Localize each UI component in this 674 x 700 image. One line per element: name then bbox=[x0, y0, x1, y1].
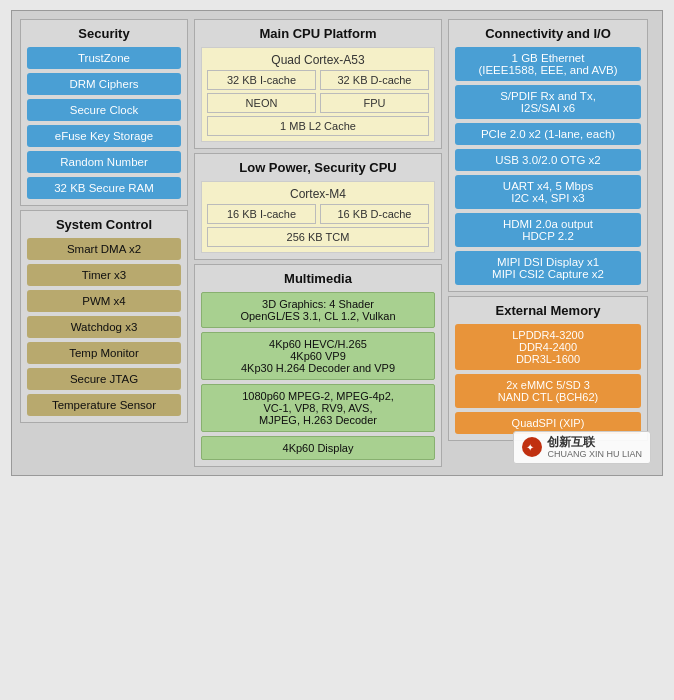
external-memory-title: External Memory bbox=[455, 303, 641, 318]
low-power-cpu-title: Low Power, Security CPU bbox=[201, 160, 435, 175]
usb-button[interactable]: USB 3.0/2.0 OTG x2 bbox=[455, 149, 641, 171]
main-cpu-dcache: 32 KB D-cache bbox=[320, 70, 429, 90]
multimedia-item-1: 4Kp60 HEVC/H.265 4Kp60 VP9 4Kp30 H.264 D… bbox=[201, 332, 435, 380]
watchdog-button[interactable]: Watchdog x3 bbox=[27, 316, 181, 338]
main-cpu-cache-row: 32 KB I-cache 32 KB D-cache bbox=[207, 70, 429, 90]
main-diagram: Security TrustZone DRM Ciphers Secure Cl… bbox=[11, 10, 663, 476]
left-column: Security TrustZone DRM Ciphers Secure Cl… bbox=[20, 19, 188, 467]
multimedia-item-3: 4Kp60 Display bbox=[201, 436, 435, 460]
hdmi-button[interactable]: HDMI 2.0a output HDCP 2.2 bbox=[455, 213, 641, 247]
watermark-icon: ✦ bbox=[522, 437, 542, 457]
security-section: Security TrustZone DRM Ciphers Secure Cl… bbox=[20, 19, 188, 206]
temp-monitor-button[interactable]: Temp Monitor bbox=[27, 342, 181, 364]
main-cpu-l2cache: 1 MB L2 Cache bbox=[207, 116, 429, 136]
trustzone-button[interactable]: TrustZone bbox=[27, 47, 181, 69]
random-number-button[interactable]: Random Number bbox=[27, 151, 181, 173]
multimedia-title: Multimedia bbox=[201, 271, 435, 286]
system-control-section: System Control Smart DMA x2 Timer x3 PWM… bbox=[20, 210, 188, 423]
smart-dma-button[interactable]: Smart DMA x2 bbox=[27, 238, 181, 260]
connectivity-title: Connectivity and I/O bbox=[455, 26, 641, 41]
temperature-sensor-button[interactable]: Temperature Sensor bbox=[27, 394, 181, 416]
main-cpu-neon: NEON bbox=[207, 93, 316, 113]
system-control-title: System Control bbox=[27, 217, 181, 232]
emmc-button[interactable]: 2x eMMC 5/SD 3 NAND CTL (BCH62) bbox=[455, 374, 641, 408]
low-power-cpu-tcm: 256 KB TCM bbox=[207, 227, 429, 247]
mipi-button[interactable]: MIPI DSI Display x1 MIPI CSI2 Capture x2 bbox=[455, 251, 641, 285]
drm-ciphers-button[interactable]: DRM Ciphers bbox=[27, 73, 181, 95]
low-power-cpu-processor: Cortex-M4 bbox=[207, 187, 429, 201]
efuse-button[interactable]: eFuse Key Storage bbox=[27, 125, 181, 147]
main-cpu-section: Main CPU Platform Quad Cortex-A53 32 KB … bbox=[194, 19, 442, 149]
low-power-cpu-section: Low Power, Security CPU Cortex-M4 16 KB … bbox=[194, 153, 442, 260]
low-power-cpu-cache-row: 16 KB I-cache 16 KB D-cache bbox=[207, 204, 429, 224]
main-cpu-neon-row: NEON FPU bbox=[207, 93, 429, 113]
spdif-button[interactable]: S/PDIF Rx and Tx, I2S/SAI x6 bbox=[455, 85, 641, 119]
pwm-button[interactable]: PWM x4 bbox=[27, 290, 181, 312]
multimedia-item-2: 1080p60 MPEG-2, MPEG-4p2, VC-1, VP8, RV9… bbox=[201, 384, 435, 432]
low-power-cpu-inner: Cortex-M4 16 KB I-cache 16 KB D-cache 25… bbox=[201, 181, 435, 253]
watermark-text: 创新互联 CHUANG XIN HU LIAN bbox=[547, 435, 642, 460]
watermark: ✦ 创新互联 CHUANG XIN HU LIAN bbox=[513, 431, 651, 464]
right-column: Connectivity and I/O 1 GB Ethernet (IEEE… bbox=[448, 19, 648, 467]
secure-jtag-button[interactable]: Secure JTAG bbox=[27, 368, 181, 390]
lpddr-button[interactable]: LPDDR4-3200 DDR4-2400 DDR3L-1600 bbox=[455, 324, 641, 370]
connectivity-section: Connectivity and I/O 1 GB Ethernet (IEEE… bbox=[448, 19, 648, 292]
external-memory-section: External Memory LPDDR4-3200 DDR4-2400 DD… bbox=[448, 296, 648, 441]
pcie-button[interactable]: PCIe 2.0 x2 (1-lane, each) bbox=[455, 123, 641, 145]
secure-ram-button[interactable]: 32 KB Secure RAM bbox=[27, 177, 181, 199]
multimedia-item-0: 3D Graphics: 4 Shader OpenGL/ES 3.1, CL … bbox=[201, 292, 435, 328]
mid-column: Main CPU Platform Quad Cortex-A53 32 KB … bbox=[194, 19, 442, 467]
svg-text:✦: ✦ bbox=[526, 442, 534, 453]
main-cpu-icache: 32 KB I-cache bbox=[207, 70, 316, 90]
uart-button[interactable]: UART x4, 5 Mbps I2C x4, SPI x3 bbox=[455, 175, 641, 209]
security-title: Security bbox=[27, 26, 181, 41]
multimedia-section: Multimedia 3D Graphics: 4 Shader OpenGL/… bbox=[194, 264, 442, 467]
main-cpu-inner: Quad Cortex-A53 32 KB I-cache 32 KB D-ca… bbox=[201, 47, 435, 142]
timer-button[interactable]: Timer x3 bbox=[27, 264, 181, 286]
secure-clock-button[interactable]: Secure Clock bbox=[27, 99, 181, 121]
ethernet-button[interactable]: 1 GB Ethernet (IEEE1588, EEE, and AVB) bbox=[455, 47, 641, 81]
main-cpu-fpu: FPU bbox=[320, 93, 429, 113]
low-power-cpu-icache: 16 KB I-cache bbox=[207, 204, 316, 224]
main-cpu-processor: Quad Cortex-A53 bbox=[207, 53, 429, 67]
main-cpu-title: Main CPU Platform bbox=[201, 26, 435, 41]
low-power-cpu-dcache: 16 KB D-cache bbox=[320, 204, 429, 224]
